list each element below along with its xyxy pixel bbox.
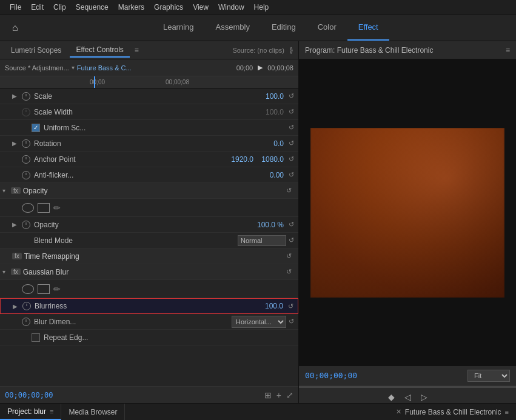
value-blurriness[interactable]: 100.0 [255, 302, 286, 310]
expand-timeline-button[interactable]: ⤢ [286, 390, 293, 400]
menu-file[interactable]: File [5, 2, 26, 13]
value-opacity[interactable]: 100.0 % [256, 221, 286, 229]
tool-pen[interactable]: ✏ [53, 203, 61, 213]
tab-learning[interactable]: Learning [152, 15, 205, 41]
stopwatch-scale[interactable] [21, 91, 32, 102]
reset-blur-dim[interactable]: ↺ [286, 318, 296, 325]
stopwatch-opacity[interactable] [21, 219, 32, 230]
menu-sequence[interactable]: Sequence [71, 2, 113, 13]
tab-lumetri-scopes[interactable]: Lumetri Scopes [5, 44, 67, 57]
panel-expand-icon[interactable]: ⟫ [289, 46, 293, 55]
expand-opacity[interactable]: ▶ [12, 221, 21, 228]
reset-blend-mode[interactable]: ↺ [286, 236, 296, 244]
timeline-play-button[interactable]: ▶ [258, 64, 263, 72]
reset-uniform-scale[interactable]: ↺ [286, 124, 296, 132]
home-button[interactable]: ⌂ [5, 15, 25, 41]
tab-assembly[interactable]: Assembly [205, 15, 261, 41]
stopwatch-scale-width[interactable] [21, 107, 32, 118]
tab-effects[interactable]: Effect [347, 15, 389, 41]
menu-markers[interactable]: Markers [113, 2, 149, 13]
reset-gaussian-blur[interactable]: ↺ [286, 268, 296, 276]
stopwatch-icon-opacity [22, 221, 30, 229]
reset-rotation[interactable]: ↺ [286, 139, 296, 147]
timeline-close-icon[interactable]: ✕ [396, 408, 401, 416]
tool-ellipse[interactable] [22, 203, 34, 213]
reset-scale-width[interactable]: ↺ [286, 108, 296, 116]
add-marker-button[interactable]: + [276, 390, 281, 400]
label-repeat-edges: Repeat Edg... [44, 333, 88, 342]
stopwatch-anchor[interactable] [21, 154, 32, 165]
reset-time-remapping[interactable]: ↺ [286, 252, 296, 260]
expand-rotation[interactable]: ▶ [12, 140, 21, 147]
stopwatch-anti-flicker[interactable] [21, 170, 32, 181]
menu-help[interactable]: Help [249, 2, 274, 13]
panel-menu-icon[interactable]: ≡ [135, 46, 139, 55]
stopwatch-icon-scale [22, 92, 30, 101]
expand-scale[interactable]: ▶ [12, 93, 21, 99]
reset-anchor[interactable]: ↺ [286, 155, 296, 163]
time-start: 00;00 [236, 64, 253, 72]
reset-anti-flicker[interactable]: ↺ [286, 171, 296, 179]
fit-dropdown[interactable]: Fit 25% 50% 75% 100% [467, 370, 510, 382]
bottom-tab-timeline[interactable]: ✕ Future Bass & Chill Electronic ≡ [389, 404, 516, 420]
collapse-gaussian-blur[interactable]: ▾ [2, 268, 11, 275]
tab-effect-controls[interactable]: Effect Controls [70, 43, 129, 58]
reset-scale[interactable]: ↺ [286, 92, 296, 100]
timeline-ruler: 00;00 00;00;08 [0, 76, 298, 88]
blur-dimensions-dropdown[interactable]: Horizontal... Vertical Horizontal and Ve… [232, 316, 286, 328]
reset-opacity-value[interactable]: ↺ [286, 221, 296, 228]
reset-opacity-section[interactable]: ↺ [286, 187, 296, 195]
tab-color[interactable]: Color [307, 15, 347, 41]
checkbox-repeat-edges[interactable] [32, 333, 40, 342]
stopwatch-blur-dim[interactable] [21, 316, 32, 327]
tab-editing[interactable]: Editing [261, 15, 307, 41]
filter-button[interactable]: ⊞ [264, 390, 272, 400]
section-title-time-remapping: Time Remapping [24, 252, 79, 261]
project-tab-menu[interactable]: ≡ [50, 408, 53, 415]
tool-rectangle[interactable] [38, 203, 50, 213]
menu-clip[interactable]: Clip [49, 2, 71, 13]
marker-button[interactable]: ◆ [388, 392, 395, 402]
workspace-bar: ⌂ Learning Assembly Editing Color Effect [0, 15, 516, 41]
value-rotation[interactable]: 0.0 [256, 139, 286, 148]
menu-view[interactable]: View [188, 2, 213, 13]
program-timecode[interactable]: 00;00;00;00 [305, 371, 357, 380]
bottom-tab-media-browser[interactable]: Media Browser [61, 404, 125, 420]
tool-pen-gaussian[interactable]: ✏ [53, 284, 61, 294]
timecode-display-left[interactable]: 00;00;00;00 [5, 391, 53, 399]
label-rotation: Rotation [32, 139, 256, 148]
timeline-tab-menu[interactable]: ≡ [505, 408, 509, 416]
menu-window[interactable]: Window [213, 2, 249, 13]
effect-controls-content[interactable]: ▶ Scale 100.0 ↺ Scale Width 100.0 ↺ [0, 88, 298, 386]
collapse-opacity[interactable]: ▾ [2, 187, 11, 194]
menu-edit[interactable]: Edit [26, 2, 49, 13]
video-preview [299, 59, 516, 365]
stopwatch-icon-scale-width [22, 108, 30, 116]
value-anti-flicker[interactable]: 0.00 [256, 171, 286, 179]
checkbox-uniform-scale[interactable] [32, 124, 40, 132]
out-point-button[interactable]: ▷ [421, 392, 427, 402]
source-dropdown-icon[interactable]: ▾ [72, 64, 75, 71]
tool-rect-gaussian[interactable] [38, 284, 50, 294]
program-menu-icon[interactable]: ≡ [506, 46, 510, 55]
label-opacity: Opacity [32, 221, 256, 229]
value-anchor-x[interactable]: 1920.0 [226, 155, 256, 164]
tool-ellipse-gaussian[interactable] [22, 284, 34, 294]
in-point-button[interactable]: ◁ [404, 392, 411, 402]
blend-mode-dropdown[interactable]: Normal Dissolve Darken Multiply [238, 235, 286, 246]
value-anchor-y[interactable]: 1080.0 [256, 155, 286, 164]
property-row-rotation: ▶ Rotation 0.0 ↺ [0, 136, 298, 152]
reset-blurriness[interactable]: ↺ [286, 302, 295, 310]
stopwatch-blurriness[interactable] [21, 301, 32, 312]
value-scale[interactable]: 100.0 [256, 92, 286, 101]
label-anchor-point: Anchor Point [32, 155, 226, 164]
label-uniform-scale: Uniform Sc... [44, 124, 85, 132]
label-blend-mode: Blend Mode [32, 236, 238, 245]
menu-graphics[interactable]: Graphics [149, 2, 188, 13]
source-clip-name[interactable]: Future Bass & C... [77, 64, 132, 72]
property-row-blurriness: ▶ Blurriness 100.0 ↺ [0, 298, 298, 314]
expand-blurriness[interactable]: ▶ [13, 303, 21, 310]
stopwatch-rotation[interactable] [21, 138, 32, 149]
bottom-tab-project[interactable]: Project: blur ≡ [0, 404, 61, 420]
progress-bar[interactable] [299, 385, 516, 388]
